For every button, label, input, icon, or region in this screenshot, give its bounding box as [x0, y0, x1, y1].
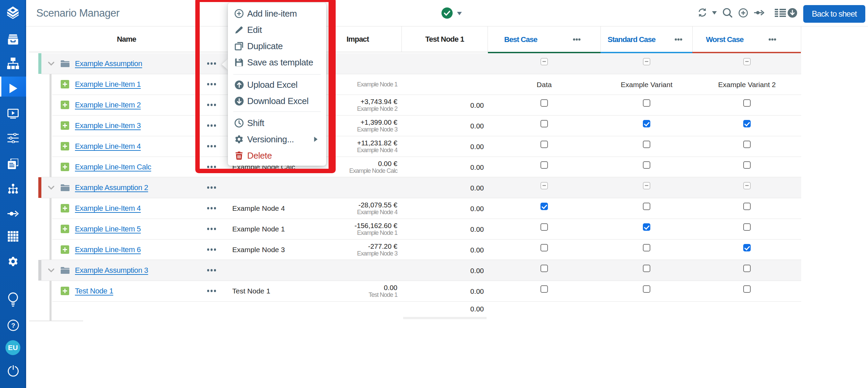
svg-text:?: ? [11, 322, 15, 329]
